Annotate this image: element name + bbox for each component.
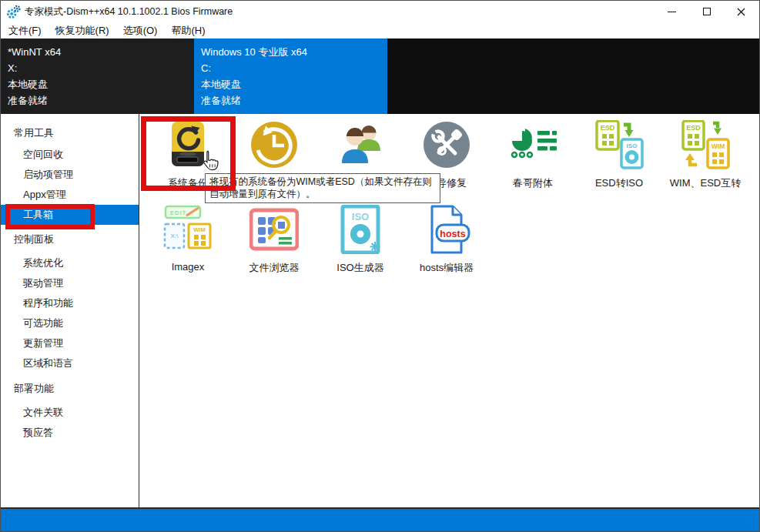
gears-app-icon [6,5,21,19]
status-bar [0,507,760,532]
window-controls [655,0,758,23]
sidebar-item-driver-management[interactable]: 驱动管理 [0,273,139,293]
menu-bar: 文件(F) 恢复功能(R) 选项(O) 帮助(H) [0,23,760,38]
os-name: Windows 10 专业版 x64 [201,44,387,60]
minimize-icon [668,12,676,12]
sidebar-item-region-language[interactable]: 区域和语言 [0,353,139,373]
tool-tile-wim-esd-convert[interactable]: ESD WIM WIM、ESD互转 [662,117,748,189]
window-title: 专家模式-Dism++x64 10.1.1002.1 Bios Firmware [25,0,233,23]
os-status: 准备就绪 [201,92,387,109]
tool-tile-chungo[interactable]: 春哥附体 [490,117,576,189]
os-disk: 本地硬盘 [8,76,194,92]
sidebar-item-programs-features[interactable]: 程序和功能 [0,293,139,313]
sidebar-item-unattend[interactable]: 预应答 [0,423,139,443]
os-header: *WinNT x64 X: 本地硬盘 准备就绪 Windows 10 专业版 x… [0,38,760,114]
tool-tile-esd-to-iso[interactable]: ESD ISO ESD转ISO [576,117,662,189]
os-drive: X: [8,60,194,76]
sidebar-section-deployment: 部署功能 [0,379,139,399]
tool-tile-iso-builder[interactable]: ISO ISO生成器 [317,202,403,273]
minimize-button[interactable] [655,0,689,23]
sidebar-item-appx[interactable]: Appx管理 [0,185,139,205]
sidebar-item-optional-features[interactable]: 可选功能 [0,313,139,333]
hosts-text: hosts [440,229,465,239]
iso-builder-icon: ISO [336,205,385,254]
dism-window: 专家模式-Dism++x64 10.1.1002.1 Bios Firmware… [0,0,760,532]
maximize-button[interactable] [689,0,724,23]
wim-text: WIM [711,142,725,150]
os-entry-winnt[interactable]: *WinNT x64 X: 本地硬盘 准备就绪 [1,38,194,114]
os-drive: C: [201,60,387,76]
sidebar-item-disk-cleanup[interactable]: 空间回收 [0,145,139,165]
imagex-icon: EDIT X:\ WIM [163,205,213,254]
menu-options[interactable]: 选项(O) [116,23,165,38]
os-disk: 本地硬盘 [201,76,387,92]
iso-text: ISO [352,211,369,223]
tool-label: ISO生成器 [317,261,403,273]
annotation-box-toolbox [5,204,95,229]
sidebar-item-system-optimization[interactable]: 系统优化 [0,253,139,273]
close-icon [737,8,745,16]
tool-tile-hosts-editor[interactable]: hosts hosts编辑器 [403,202,490,273]
sidebar-item-file-association[interactable]: 文件关联 [0,403,139,423]
drive-text: X:\ [171,233,179,239]
tool-tile-file-browser[interactable]: 文件浏览器 [231,202,317,273]
restore-clock-icon [249,120,299,169]
sidebar-item-startup-items[interactable]: 启动项管理 [0,165,139,185]
menu-file[interactable]: 文件(F) [2,23,49,38]
esd-text: ESD [686,124,701,132]
esd-to-iso-icon: ESD ISO [594,120,644,169]
menu-help[interactable]: 帮助(H) [164,23,212,38]
tooltip: 将现有的系统备份为WIM或者ESD（如果文件存在则自动增量到原有文件）。 [205,173,440,203]
hosts-editor-icon: hosts [422,205,471,254]
os-status: 准备就绪 [8,92,194,109]
maximize-icon [703,8,711,15]
close-button[interactable] [724,0,758,23]
wim-text: WIM [193,226,205,233]
edit-text: EDIT [170,209,186,216]
users-icon [336,120,385,169]
tool-label: ESD转ISO [576,176,662,189]
iso-text: ISO [627,142,638,149]
hand-pointer-icon [199,149,222,172]
pie-list-icon [508,120,557,169]
tool-label: 春哥附体 [490,176,576,189]
tool-tile-imagex[interactable]: EDIT X:\ WIM Imagex [145,202,231,273]
sidebar-section-control-panel: 控制面板 [0,229,139,249]
tool-label: Imagex [145,261,231,273]
tool-label: 文件浏览器 [231,261,317,273]
tool-label: hosts编辑器 [403,261,490,273]
tool-label: WIM、ESD互转 [662,176,748,189]
os-entry-windows10[interactable]: Windows 10 专业版 x64 C: 本地硬盘 准备就绪 [194,38,387,114]
title-bar: 专家模式-Dism++x64 10.1.1002.1 Bios Firmware [0,0,760,23]
file-browser-icon [249,205,299,254]
menu-recovery[interactable]: 恢复功能(R) [49,23,116,38]
esd-text: ESD [601,124,615,132]
wim-esd-swap-icon: ESD WIM [681,120,730,169]
sidebar: 常用工具 空间回收 启动项管理 Appx管理 工具箱 控制面板 系统优化 驱动管… [0,114,139,507]
sidebar-item-updates[interactable]: 更新管理 [0,333,139,353]
repair-tools-icon [422,120,471,169]
sidebar-section-common-tools: 常用工具 [0,123,139,143]
os-name: *WinNT x64 [8,44,194,60]
